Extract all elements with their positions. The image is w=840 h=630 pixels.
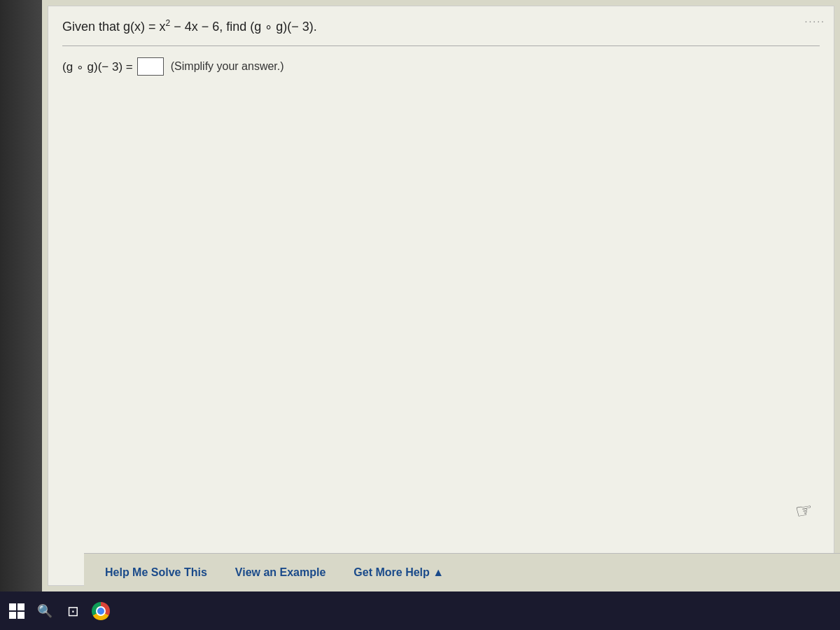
get-more-help-button[interactable]: Get More Help ▲ xyxy=(354,566,444,579)
simplify-hint: (Simplify your answer.) xyxy=(171,60,284,73)
question-text-part2: − 4x − 6, find (g ∘ g)(− 3). xyxy=(170,20,317,34)
answer-row: (g ∘ g)(− 3) = (Simplify your answer.) xyxy=(62,57,820,76)
answer-input-box[interactable] xyxy=(137,57,164,76)
bottom-button-bar: Help Me Solve This View an Example Get M… xyxy=(84,553,840,592)
view-example-button[interactable]: View an Example xyxy=(235,566,326,579)
cursor-hand-icon: ☞ xyxy=(793,498,814,524)
dots-indicator: ..... xyxy=(805,13,825,24)
section-divider xyxy=(62,46,820,46)
search-button[interactable]: 🔍 xyxy=(35,601,55,621)
help-me-solve-button[interactable]: Help Me Solve This xyxy=(105,566,207,579)
taskbar: 🔍 ⊡ xyxy=(0,592,840,630)
task-view-button[interactable]: ⊡ xyxy=(63,601,83,621)
answer-label: (g ∘ g)(− 3) = xyxy=(62,59,133,74)
main-content-area: ..... Given that g(x) = x2 − 4x − 6, fin… xyxy=(42,0,840,592)
task-view-icon: ⊡ xyxy=(67,603,79,620)
windows-start-button[interactable] xyxy=(7,601,27,621)
windows-logo-icon xyxy=(9,603,24,619)
left-bezel xyxy=(0,0,42,592)
chrome-icon xyxy=(92,602,110,620)
question-text-part1: Given that g(x) = x xyxy=(62,20,166,34)
question-title: Given that g(x) = x2 − 4x − 6, find (g ∘… xyxy=(62,18,820,36)
search-icon: 🔍 xyxy=(37,603,52,619)
question-box: ..... Given that g(x) = x2 − 4x − 6, fin… xyxy=(48,6,834,586)
chrome-browser-button[interactable] xyxy=(91,601,111,621)
